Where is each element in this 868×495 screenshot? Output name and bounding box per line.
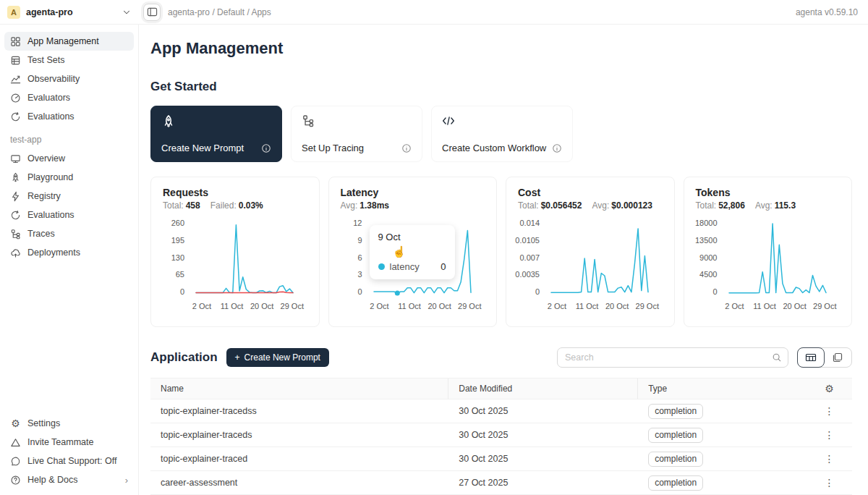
workspace-selector[interactable]: A agenta-pro [0,0,139,24]
y-axis-labels: 129630 [341,219,368,296]
create-new-prompt-card[interactable]: Create New Prompt [150,106,282,162]
cloud-icon [10,248,21,258]
code-icon [442,114,455,127]
table-settings-gear-icon[interactable]: ⚙ [824,384,835,394]
stat-label: Total: [518,200,539,211]
get-started-cards: Create New Prompt Set Up Tracing Create … [150,106,852,162]
search-icon[interactable] [772,352,782,363]
stat-value: 115.3 [775,200,796,211]
row-menu-button[interactable]: ⋮ [820,428,838,441]
cost-plot[interactable] [545,219,654,299]
test-sets-icon [10,55,21,66]
sidebar-item-live-chat[interactable]: Live Chat Support: Off [4,452,134,470]
info-icon[interactable] [261,143,271,153]
sidebar-toggle-icon [147,7,158,17]
sidebar-item-label: Live Chat Support: Off [27,456,116,466]
stat-value: $0.056452 [541,200,582,211]
sidebar-item-label: Evaluations [27,111,75,122]
help-icon [10,475,21,486]
sidebar-item-label: Test Sets [27,55,64,65]
plus-icon: + [235,352,240,363]
tooltip-date: 9 Oct [378,232,446,242]
chevron-down-icon [122,7,132,17]
sidebar-item-evaluations[interactable]: Evaluations [4,107,134,126]
sidebar-item-label: App Management [27,36,99,46]
table-row[interactable]: career-assessment 27 Oct 2025 completion… [150,471,852,495]
sidebar-item-invite-teammate[interactable]: Invite Teammate [4,433,134,452]
sidebar-item-evaluators[interactable]: Evaluators [4,88,134,107]
tokens-plot[interactable] [723,219,832,299]
chart-title: Requests [163,187,307,198]
app-name: topic-explainer-tracedss [150,406,448,416]
monitor-icon [10,153,21,164]
refresh-icon [10,111,21,122]
sidebar-item-registry[interactable]: Registry [4,187,134,206]
sidebar-item-label: Settings [27,418,60,428]
type-badge: completion [648,452,703,467]
card-view-button[interactable] [824,348,851,367]
stat-value: 458 [186,200,200,211]
card-view-icon [832,352,843,363]
table-row[interactable]: topic-explainer-tracedss 30 Oct 2025 com… [150,399,852,423]
type-badge: completion [648,404,703,419]
app-date-modified: 27 Oct 2025 [448,478,638,488]
type-badge: completion [648,428,703,443]
sidebar-item-playground[interactable]: Playground [4,168,134,187]
sidebar-item-deployments[interactable]: Deployments [4,243,134,262]
sidebar-item-label: Evaluations [27,210,75,220]
button-label: Create New Prompt [244,352,320,363]
metrics-charts: Requests Total:458 Failed:0.03% 26019513… [150,177,852,327]
column-header-type[interactable]: Type [638,378,807,399]
info-icon[interactable] [552,143,562,153]
sidebar-item-observability[interactable]: Observability [4,69,134,88]
row-menu-button[interactable]: ⋮ [820,476,838,489]
sidebar-item-app-evaluations[interactable]: Evaluations [4,206,134,224]
rocket-icon [10,172,21,183]
info-icon[interactable] [401,143,412,153]
sidebar-item-settings[interactable]: ⚙ Settings [4,414,134,433]
column-header-name[interactable]: Name [150,378,448,399]
table-row[interactable]: topic-explainer-traced 30 Oct 2025 compl… [150,447,852,471]
row-menu-button[interactable]: ⋮ [820,452,838,465]
app-name: topic-explainer-traceds [150,430,448,440]
sidebar-item-test-sets[interactable]: Test Sets [4,51,134,69]
y-axis-labels: 0.0140.01050.0070.00350 [518,219,545,296]
sidebar-item-label: Invite Teammate [27,437,93,447]
sidebar-item-label: Help & Docs [27,475,77,485]
sidebar-item-label: Playground [27,172,73,182]
chevron-right-icon: › [125,475,128,486]
sidebar-item-help-docs[interactable]: Help & Docs › [4,470,134,489]
x-axis-labels: 2 Oct11 Oct20 Oct29 Oct [551,302,663,312]
chart-title: Latency [341,187,485,198]
topbar: A agenta-pro agenta-pro / Default / Apps… [0,0,868,25]
column-header-date-modified[interactable]: Date Modified [448,378,638,399]
table-view-button[interactable] [797,347,825,368]
stat-value: $0.000123 [611,200,652,211]
sidebar-section-test-app: test-app [10,135,128,145]
tokens-chart-card: Tokens Total:52,806 Avg:115.3 1800013500… [684,177,853,327]
row-menu-button[interactable]: ⋮ [820,405,838,418]
sidebar-item-traces[interactable]: Traces [4,224,134,243]
search-input[interactable] [565,352,772,363]
sidebar-item-app-management[interactable]: App Management [4,32,134,51]
set-up-tracing-card[interactable]: Set Up Tracing [291,106,422,162]
x-axis-labels: 2 Oct11 Oct20 Oct29 Oct [196,302,307,312]
create-custom-workflow-card[interactable]: Create Custom Workflow [431,106,573,162]
refresh-icon [10,210,21,221]
sidebar-item-overview[interactable]: Overview [4,149,134,168]
gear-icon: ⚙ [10,418,21,428]
table-header-row: Name Date Modified Type ⚙ [150,378,852,399]
requests-plot[interactable] [190,219,299,299]
create-new-prompt-button[interactable]: + Create New Prompt [226,348,329,367]
tree-icon [302,114,315,127]
app-name: career-assessment [150,478,448,488]
sidebar-item-label: Registry [27,191,61,201]
app-name: topic-explainer-traced [150,454,448,464]
sidebar-item-label: Deployments [27,248,80,258]
grid-icon [10,36,21,47]
table-row[interactable]: topic-explainer-traceds 30 Oct 2025 comp… [150,423,852,447]
application-header: Application + Create New Prompt [150,347,852,368]
breadcrumb: agenta-pro / Default / Apps [168,7,796,17]
chat-icon [10,456,21,467]
sidebar-toggle-button[interactable] [143,4,161,21]
